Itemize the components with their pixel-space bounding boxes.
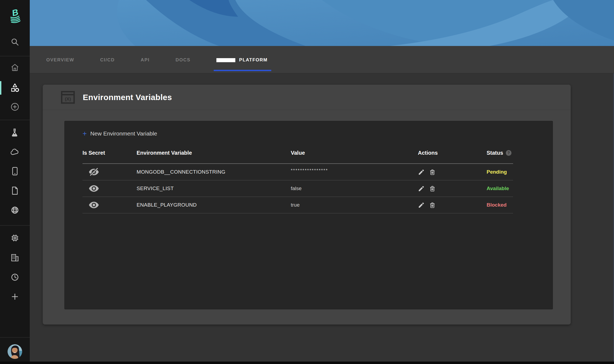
banner-art — [30, 0, 614, 46]
sidebar-item-web[interactable] — [0, 204, 30, 217]
actions-cell — [418, 169, 487, 176]
edit-button[interactable] — [418, 169, 425, 176]
col-environment-variable: Environment Variable — [137, 150, 291, 156]
stacked-b-logo: B — [7, 8, 22, 23]
variables-panel: + New Environment Variable Is Secret Env… — [64, 121, 553, 309]
delete-button[interactable] — [429, 202, 436, 209]
edit-button[interactable] — [418, 185, 425, 192]
is-secret-cell — [82, 184, 137, 193]
col-status: Status? — [487, 150, 513, 156]
tab-platform[interactable]: PLATFORM — [216, 57, 268, 63]
col-value: Value — [291, 150, 418, 156]
page-title: Environment Variables — [83, 93, 172, 102]
edit-button[interactable] — [418, 202, 425, 209]
cloud-icon — [10, 148, 19, 155]
tabs: OVERVIEW CI/CD API DOCS PLATFORM — [46, 57, 268, 63]
variable-value-cell: false — [291, 186, 418, 191]
sidebar-item-history[interactable] — [0, 271, 30, 284]
new-environment-variable-button[interactable]: + New Environment Variable — [82, 130, 157, 137]
plus-icon: + — [82, 130, 87, 137]
phone-icon — [12, 167, 18, 176]
variables-table: Is Secret Environment Variable Value Act… — [82, 150, 513, 213]
globe-icon — [11, 206, 19, 214]
actions-cell — [418, 185, 487, 192]
card-header: (X) Environment Variables — [43, 85, 571, 110]
status-label: Blocked — [487, 202, 507, 208]
status-cell: Available — [487, 186, 513, 191]
env-var-name: MONGODB__CONNECTIONSTRING — [137, 169, 225, 175]
variable-value-cell: true — [291, 202, 418, 208]
bottom-bar — [0, 362, 614, 364]
delete-trash-icon — [429, 202, 436, 209]
sidebar-divider — [0, 120, 30, 120]
sidebar-item-components[interactable] — [0, 81, 30, 94]
sidebar-item-search[interactable] — [0, 35, 30, 48]
variable-name-cell: ENABLE_PLAYGROUND — [137, 202, 291, 208]
search-icon — [11, 38, 19, 46]
building-icon — [11, 254, 19, 262]
table-body: MONGODB__CONNECTIONSTRING **************… — [82, 164, 513, 213]
status-label: Available — [487, 186, 509, 191]
edit-pencil-icon — [418, 202, 425, 209]
table-row: SERVICE_LIST false — [82, 180, 513, 197]
app-logo[interactable]: B — [0, 9, 30, 22]
plus-circle-icon — [11, 102, 19, 111]
env-var-name: SERVICE_LIST — [137, 186, 174, 191]
status-cell: Pending — [487, 169, 513, 175]
is-secret-cell — [82, 201, 137, 209]
sidebar-item-home[interactable] — [0, 61, 30, 74]
svg-text:(X): (X) — [65, 97, 71, 102]
tab-bar: OVERVIEW CI/CD API DOCS PLATFORM — [30, 46, 614, 73]
delete-button[interactable] — [429, 185, 436, 192]
table-header: Is Secret Environment Variable Value Act… — [82, 150, 513, 164]
plus-icon — [11, 293, 19, 300]
env-var-value: false — [291, 186, 302, 191]
sidebar-item-add[interactable] — [0, 100, 30, 113]
eye-off-icon[interactable] — [88, 168, 99, 176]
env-var-value: true — [291, 202, 300, 208]
sidebar-item-experiments[interactable] — [0, 126, 30, 139]
sidebar-divider — [0, 56, 30, 56]
tab-platform-label: PLATFORM — [239, 57, 268, 63]
user-avatar — [8, 344, 22, 359]
clock-icon — [11, 273, 19, 281]
sidebar-item-documents[interactable] — [0, 184, 30, 197]
brand-logo-block — [216, 58, 235, 62]
table-row: ENABLE_PLAYGROUND true — [82, 197, 513, 213]
user-menu[interactable] — [0, 344, 30, 359]
env-var-name: ENABLE_PLAYGROUND — [137, 202, 197, 208]
is-secret-cell — [82, 168, 137, 176]
status-label: Pending — [487, 169, 507, 175]
tab-overview[interactable]: OVERVIEW — [46, 57, 74, 63]
delete-button[interactable] — [429, 169, 436, 176]
sidebar-item-hardware[interactable] — [0, 231, 30, 244]
variable-name-cell: SERVICE_LIST — [137, 186, 291, 191]
eye-icon[interactable] — [88, 201, 99, 209]
sidebar-item-mobile[interactable] — [0, 165, 30, 178]
sidebar-item-organization[interactable] — [0, 251, 30, 264]
edit-pencil-icon — [418, 185, 425, 192]
sidebar-divider — [0, 337, 30, 337]
table-row: MONGODB__CONNECTIONSTRING **************… — [82, 164, 513, 180]
shapes-icon — [11, 83, 19, 92]
eye-icon[interactable] — [88, 184, 99, 193]
sidebar-item-new[interactable] — [0, 290, 30, 303]
variable-name-cell: MONGODB__CONNECTIONSTRING — [137, 169, 291, 175]
delete-trash-icon — [429, 185, 436, 192]
status-help-icon[interactable]: ? — [506, 150, 511, 156]
user-avatar-photo — [8, 344, 22, 359]
tab-api[interactable]: API — [141, 57, 150, 63]
flask-icon — [11, 128, 19, 137]
col-actions: Actions — [418, 150, 487, 156]
col-is-secret: Is Secret — [82, 150, 137, 156]
document-icon — [11, 186, 18, 195]
delete-trash-icon — [429, 169, 436, 176]
sidebar: B — [0, 0, 30, 364]
header-banner — [30, 0, 614, 46]
sidebar-item-cloud[interactable] — [0, 145, 30, 158]
tab-cicd[interactable]: CI/CD — [100, 57, 115, 63]
window-x-icon: (X) — [60, 90, 76, 105]
tab-docs[interactable]: DOCS — [176, 57, 190, 63]
edit-pencil-icon — [418, 169, 425, 176]
env-var-value: **************** — [291, 168, 328, 173]
